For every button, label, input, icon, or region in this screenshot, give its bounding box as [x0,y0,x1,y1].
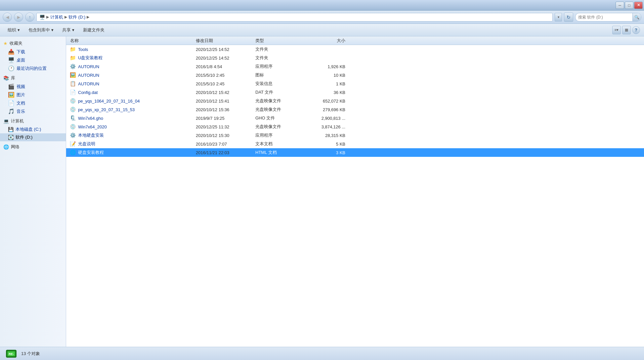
path-drive[interactable]: 软件 (D:) [68,14,85,20]
recent-icon: 🕐 [8,65,15,71]
path-computer[interactable]: 计算机 [50,14,63,20]
file-size: 5 KB [304,142,347,147]
file-icon: 📋 [69,81,77,87]
refresh-button[interactable]: ↻ [564,13,573,22]
file-type: 文本文档 [254,141,304,147]
doc-label: 文档 [17,100,25,106]
file-name: U盘安装教程 [77,55,194,61]
file-type: 文件夹 [254,46,304,52]
drive-d-label: 软件 (D:) [16,134,32,140]
computer-header[interactable]: 💻 计算机 [0,117,66,125]
table-row[interactable]: 📋 AUTORUN 2015/5/10 2:45 安装信息 1 KB [66,79,644,88]
share-dropdown-icon: ▾ [72,27,74,32]
table-row[interactable]: 💿 pe_yqs_1064_20_07_31_16_04 2020/10/12 … [66,97,644,105]
file-name: pe_yqs_xp_20_07_31_15_53 [77,107,194,112]
music-icon: 🎵 [8,108,15,114]
drive-c-icon: 💾 [8,127,14,132]
library-header[interactable]: 📚 库 [0,74,66,82]
file-size: 279,696 KB [304,107,347,112]
sidebar-item-image[interactable]: 🖼️ 图片 [0,91,66,99]
video-icon: 🎬 [8,83,15,90]
sidebar-item-download[interactable]: 📥 下载 [0,48,66,56]
layout-button[interactable]: ▦ [622,26,631,34]
sidebar-item-desktop[interactable]: 🖥️ 桌面 [0,56,66,64]
col-size-header[interactable]: 大小 [304,38,347,44]
col-type-header[interactable]: 类型 [254,38,304,44]
sidebar-item-recent[interactable]: 🕐 最近访问的位置 [0,64,66,72]
drive-c-label: 本地磁盘 (C:) [16,126,41,132]
table-row[interactable]: ⚙️ AUTORUN 2016/1/8 4:54 应用程序 1,926 KB [66,62,644,71]
table-row[interactable]: 📁 U盘安装教程 2020/12/25 14:52 文件夹 [66,54,644,62]
file-list-container: 名称 修改日期 类型 大小 📁 Tools 2020/12/25 14:52 文… [66,36,644,347]
address-path[interactable]: 🖥️ ▶ 计算机 ▶ 软件 (D:) ▶ [36,13,553,22]
sidebar-item-drive-d[interactable]: 💽 软件 (D:) [0,133,66,141]
status-text: 13 个对象 [21,351,40,357]
file-date: 2016/10/23 7:07 [194,142,254,147]
table-row[interactable]: 🗜️ Win7x64.gho 2019/9/7 19:25 GHO 文件 2,9… [66,114,644,122]
sidebar-item-drive-c[interactable]: 💾 本地磁盘 (C:) [0,125,66,133]
address-dropdown[interactable]: ▾ [555,13,562,22]
file-icon: ⚙️ [69,64,77,69]
table-row[interactable]: 📄 Config.dat 2020/10/12 15:42 DAT 文件 36 … [66,88,644,97]
search-box: 🔍 [575,13,641,22]
close-button[interactable]: ✕ [634,2,643,9]
organize-button[interactable]: 组织 ▾ [4,25,23,35]
up-button[interactable]: ↑ [25,13,34,22]
download-label: 下载 [17,49,25,55]
file-name: Win7x64.gho [77,116,194,121]
path-sep-2: ▶ [64,15,67,19]
drive-d-icon: 💽 [8,135,14,140]
file-type: 光盘映像文件 [254,107,304,112]
doc-icon: 📄 [8,100,15,106]
sidebar-item-video[interactable]: 🎬 视频 [0,82,66,91]
help-button[interactable]: ? [632,26,640,34]
file-type: 光盘映像文件 [254,124,304,130]
toolbar: 组织 ▾ 包含到库中 ▾ 共享 ▾ 新建文件夹 ≡▾ ▦ ? [0,24,644,36]
file-type: DAT 文件 [254,89,304,95]
table-row[interactable]: 💿 pe_yqs_xp_20_07_31_15_53 2020/10/12 15… [66,105,644,114]
file-name: pe_yqs_1064_20_07_31_16_04 [77,99,194,104]
file-date: 2020/12/25 14:52 [194,47,254,52]
organize-label: 组织 [8,27,16,33]
back-button[interactable]: ◀ [3,13,12,22]
network-header[interactable]: 🌐 网络 [0,143,66,151]
table-row[interactable]: 💿 Win7x64_2020 2020/12/25 11:32 光盘映像文件 3… [66,122,644,131]
forward-button[interactable]: ▶ [14,13,23,22]
title-bar-buttons: ─ □ ✕ [616,2,643,9]
computer-section: 💻 计算机 💾 本地磁盘 (C:) 💽 软件 (D:) [0,117,66,141]
file-date: 2016/11/21 22:03 [194,150,254,155]
table-row[interactable]: ⚙️ 本地硬盘安装 2020/10/12 15:30 应用程序 28,315 K… [66,131,644,140]
file-icon: 📁 [69,46,77,52]
table-row[interactable]: 🌐 硬盘安装教程 2016/11/21 22:03 HTML 文档 3 KB [66,148,644,157]
sidebar: ★ 收藏夹 📥 下载 🖥️ 桌面 🕐 最近访问的位置 📚 库 🎬 [0,36,66,347]
search-button[interactable]: 🔍 [632,13,641,22]
sidebar-item-doc[interactable]: 📄 文档 [0,99,66,107]
share-button[interactable]: 共享 ▾ [59,25,78,35]
search-input[interactable] [576,15,632,20]
file-type: 应用程序 [254,64,304,69]
library-button[interactable]: 包含到库中 ▾ [25,25,57,35]
library-label: 库 [11,75,15,81]
file-name: Win7x64_2020 [77,124,194,129]
col-name-header[interactable]: 名称 [69,38,194,44]
download-icon: 📥 [8,49,15,55]
file-icon: 📄 [69,89,77,95]
file-type: 安装信息 [254,81,304,87]
file-icon: 💿 [69,107,77,112]
table-row[interactable]: 📝 光盘说明 2016/10/23 7:07 文本文档 5 KB [66,140,644,148]
view-dropdown-button[interactable]: ≡▾ [612,26,621,34]
table-row[interactable]: 🖼️ AUTORUN 2015/5/10 2:45 图标 10 KB [66,71,644,79]
file-name: 本地硬盘安装 [77,132,194,138]
organize-dropdown-icon: ▾ [18,27,20,32]
col-date-header[interactable]: 修改日期 [194,38,254,44]
file-size: 1 KB [304,81,347,86]
minimize-button[interactable]: ─ [616,2,624,9]
table-row[interactable]: 📁 Tools 2020/12/25 14:52 文件夹 [66,45,644,54]
favorites-header[interactable]: ★ 收藏夹 [0,39,66,48]
new-folder-button[interactable]: 新建文件夹 [79,25,108,35]
library-dropdown-icon: ▾ [51,27,54,32]
sidebar-item-music[interactable]: 🎵 音乐 [0,107,66,115]
image-label: 图片 [17,92,25,98]
file-date: 2020/12/25 11:32 [194,124,254,129]
maximize-button[interactable]: □ [625,2,633,9]
